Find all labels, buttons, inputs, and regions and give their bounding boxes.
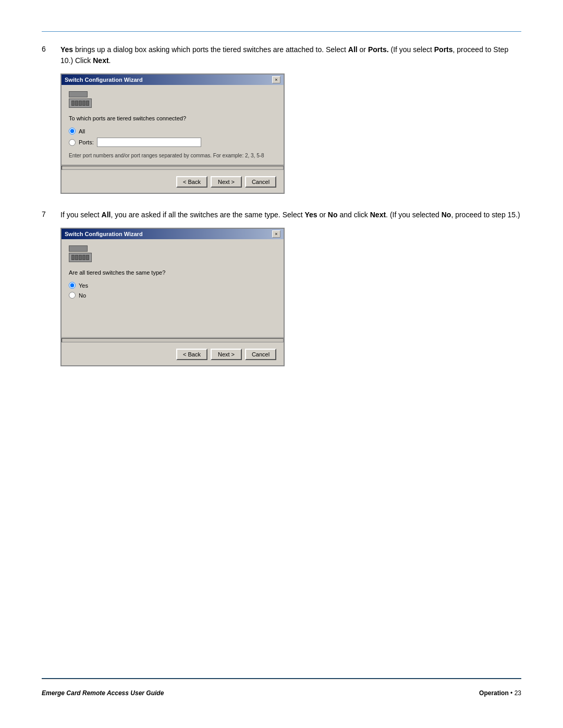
dialog-2-question: Are all tiered switches the same type? <box>69 269 276 276</box>
dialog-2-radio-yes-label: Yes <box>79 282 88 289</box>
dialog-1: Switch Configuration Wizard × <box>60 73 285 194</box>
dialog-1-cancel-btn[interactable]: Cancel <box>245 176 276 188</box>
dialog-1-radio-all-input[interactable] <box>69 128 76 134</box>
dialog-2-radio-yes-input[interactable] <box>69 282 76 289</box>
step-7-text: If you select All, you are asked if all … <box>60 209 521 220</box>
dialog-1-footer: < Back Next > Cancel <box>62 173 284 193</box>
dialog-1-question: To which ports are tiered switches conne… <box>69 115 276 121</box>
dialog-1-scrollbar-track[interactable] <box>62 166 284 170</box>
dialog-2-radio-group: Yes No <box>69 282 276 299</box>
switch-icon-body-2 <box>69 253 92 262</box>
dialog-1-radio-ports-input[interactable] <box>69 139 76 146</box>
content-area: 6 Yes brings up a dialog box asking whic… <box>42 44 521 665</box>
switch-port-2-3 <box>79 255 82 260</box>
dialog-2: Switch Configuration Wizard × <box>60 228 285 366</box>
step-6-text-5: . <box>109 56 111 65</box>
footer-right: Operation • 23 <box>479 689 521 697</box>
dialog-1-radio-ports: Ports: <box>69 138 276 147</box>
dialog-2-close-btn[interactable]: × <box>272 230 280 238</box>
dialog-1-title: Switch Configuration Wizard <box>65 77 143 83</box>
dialog-2-body: Are all tiered switches the same type? Y… <box>62 239 284 346</box>
dialog-2-radio-no-label: No <box>79 292 86 299</box>
step-7-text-2: , you are asked if all the switches are … <box>111 211 304 219</box>
switch-port-1 <box>71 101 75 106</box>
dialog-1-hint: Enter port numbers and/or port ranges se… <box>69 152 276 159</box>
switch-icon-top-1 <box>69 91 88 97</box>
step-6-text: Yes brings up a dialog box asking which … <box>60 44 521 66</box>
dialog-1-radio-all-label: All <box>79 128 85 134</box>
step-6-block: 6 Yes brings up a dialog box asking whic… <box>42 44 521 194</box>
step-7-text-6: , proceed to step 15.) <box>451 211 520 219</box>
step-7-no-bold: No <box>328 211 338 219</box>
page-container: 6 Yes brings up a dialog box asking whic… <box>0 0 563 728</box>
dialog-2-scrollbar <box>62 337 284 342</box>
switch-port-5 <box>86 101 89 106</box>
dialog-2-icon-area <box>69 245 276 264</box>
top-rule <box>42 31 521 32</box>
step-7-no2-bold: No <box>442 211 451 219</box>
step-7-yes-bold: Yes <box>304 211 317 219</box>
step-7-number: 7 <box>42 209 52 366</box>
dialog-1-ports-input[interactable] <box>97 138 201 147</box>
dialog-2-scrollbar-track[interactable] <box>62 338 284 342</box>
dialog-1-titlebar: Switch Configuration Wizard × <box>62 75 284 85</box>
step-6-all-bold: All <box>348 45 358 54</box>
switch-icon-1 <box>69 91 92 110</box>
step-6-next-bold: Next <box>93 56 108 65</box>
step-7-text-4: and click <box>338 211 370 219</box>
switch-port-2-5 <box>86 255 89 260</box>
dialog-1-scrollbar <box>62 165 284 170</box>
dialog-2-back-btn[interactable]: < Back <box>176 349 207 360</box>
dialog-1-radio-all: All <box>69 128 276 134</box>
step-7-next-bold: Next <box>370 211 386 219</box>
dialog-1-back-btn[interactable]: < Back <box>176 176 207 188</box>
step-7-content: If you select All, you are asked if all … <box>60 209 521 366</box>
switch-port-2-2 <box>75 255 78 260</box>
dialog-2-next-btn[interactable]: Next > <box>211 349 242 360</box>
step-6-text-3: (If you select <box>389 45 434 54</box>
step-6-text-1: brings up a dialog box asking which port… <box>73 45 348 54</box>
dialog-1-radio-ports-label: Ports: <box>79 139 94 145</box>
footer-left: Emerge Card Remote Access User Guide <box>42 689 164 697</box>
dialog-2-radio-yes: Yes <box>69 282 276 289</box>
switch-port-2-1 <box>71 255 75 260</box>
footer-separator: • <box>510 689 512 697</box>
step-7-block: 7 If you select All, you are asked if al… <box>42 209 521 366</box>
dialog-2-radio-no: No <box>69 292 276 299</box>
dialog-1-icon-area <box>69 91 276 110</box>
step-6-text-2: or <box>358 45 368 54</box>
dialog-2-spacer <box>69 304 276 335</box>
dialog-1-body: To which ports are tiered switches conne… <box>62 85 284 173</box>
step-6-yes-bold: Yes <box>60 45 73 54</box>
step-6-number: 6 <box>42 44 52 194</box>
switch-port-4 <box>82 101 85 106</box>
switch-port-3 <box>79 101 82 106</box>
footer-title: Emerge Card Remote Access User Guide <box>42 689 164 697</box>
dialog-2-titlebar: Switch Configuration Wizard × <box>62 229 284 239</box>
dialog-2-cancel-btn[interactable]: Cancel <box>245 349 276 360</box>
switch-icon-2 <box>69 245 92 264</box>
dialog-2-titlebar-buttons: × <box>272 230 280 238</box>
step-7-text-1: If you select <box>60 211 102 219</box>
step-6-ports2-bold: Ports <box>434 45 453 54</box>
dialog-1-next-btn[interactable]: Next > <box>211 176 242 188</box>
switch-icon-top-2 <box>69 245 88 252</box>
step-7-all-bold: All <box>102 211 111 219</box>
dialog-1-titlebar-buttons: × <box>272 76 280 83</box>
dialog-2-title: Switch Configuration Wizard <box>65 231 143 237</box>
dialog-1-radio-group: All Ports: <box>69 128 276 147</box>
step-7-text-5: . (If you selected <box>386 211 442 219</box>
dialog-1-close-btn[interactable]: × <box>272 76 280 83</box>
dialog-2-radio-no-input[interactable] <box>69 292 76 299</box>
step-6-content: Yes brings up a dialog box asking which … <box>60 44 521 194</box>
page-footer: Emerge Card Remote Access User Guide Ope… <box>42 678 521 697</box>
step-7-text-3: or <box>317 211 328 219</box>
switch-port-2 <box>75 101 78 106</box>
footer-page-number: 23 <box>515 689 521 697</box>
dialog-2-footer: < Back Next > Cancel <box>62 346 284 365</box>
step-6-ports-bold: Ports. <box>368 45 389 54</box>
switch-port-2-4 <box>82 255 85 260</box>
switch-icon-body-1 <box>69 98 92 108</box>
footer-section-label: Operation <box>479 689 509 697</box>
